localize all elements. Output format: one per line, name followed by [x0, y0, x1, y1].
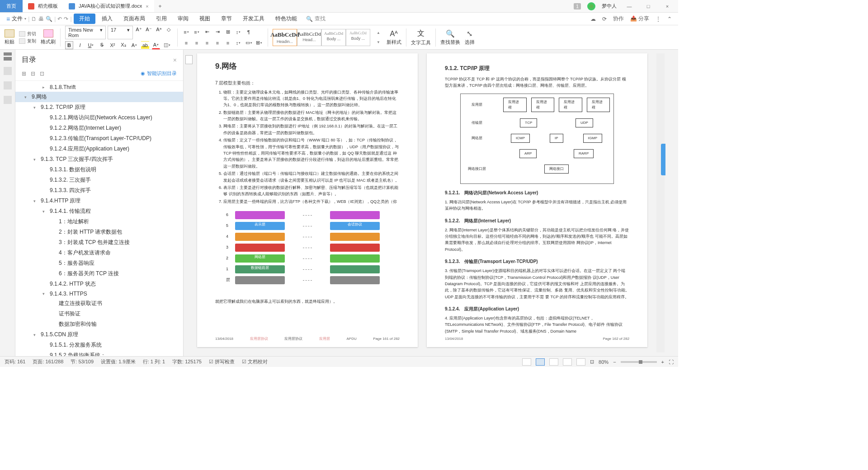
outline-item[interactable]: 3：封装成 TCP 包并建立连接 — [15, 237, 183, 248]
maximize-button[interactable]: □ — [642, 4, 655, 9]
show-marks-button[interactable]: ¶ — [245, 28, 253, 36]
select-button[interactable]: ⤡选择 — [465, 29, 475, 46]
view-mode-4[interactable] — [563, 358, 572, 366]
zoom-slider[interactable] — [621, 361, 657, 363]
avatar[interactable] — [587, 2, 595, 10]
outdent-button[interactable]: ⇤ — [203, 28, 211, 36]
spellcheck-button[interactable]: ☑ 拼写检查 — [209, 358, 235, 365]
redo-icon[interactable]: ↷ — [64, 16, 68, 22]
indent-button[interactable]: ⇥ — [213, 28, 222, 36]
outline-item[interactable]: 6：服务器关闭 TCP 连接 — [15, 268, 183, 279]
minimize-button[interactable]: — — [623, 4, 636, 9]
outline-item[interactable]: ▾9.1.4.3. HTTPS — [15, 289, 183, 298]
subscript-button[interactable]: X₂ — [119, 41, 127, 49]
outline-item[interactable]: 2：封装 HTTP 请求数据包 — [15, 227, 183, 237]
tab-button[interactable]: ⊞ — [224, 28, 232, 36]
sync-icon[interactable]: ⟳ — [602, 16, 607, 22]
outline-close-button[interactable]: × — [173, 56, 177, 64]
find-replace-button[interactable]: 🔍查找替换 — [440, 29, 460, 46]
close-icon[interactable]: × — [146, 4, 148, 9]
highlight-button[interactable]: ab — [141, 41, 149, 49]
copy-button[interactable]: 复制 — [19, 38, 36, 44]
shading-button[interactable]: ◫▾ — [163, 41, 171, 49]
more-icon[interactable]: ⋮ — [656, 16, 661, 22]
text-tool-button[interactable]: 文文字工具 — [411, 29, 431, 46]
outline-item[interactable]: ▾9.1.5.CDN 原理 — [15, 329, 183, 340]
collab-button[interactable]: 协作 — [613, 15, 624, 23]
rail-icon-3[interactable] — [4, 81, 12, 89]
zoom-out-button[interactable]: − — [613, 359, 616, 365]
superscript-button[interactable]: X² — [108, 41, 117, 49]
style-body2[interactable]: AaBbCcDdBody ... — [346, 29, 370, 46]
style-body1[interactable]: AaBbCcDdBody ... — [321, 29, 346, 46]
outline-item[interactable]: ▾9.网络 — [15, 92, 183, 102]
align-right-button[interactable]: ≡ — [203, 39, 211, 47]
fullscreen-button[interactable]: ⛶ — [669, 359, 674, 365]
outline-item[interactable]: 数据加密和传输 — [15, 319, 183, 329]
outline-item[interactable]: 建立连接获取证书 — [15, 298, 183, 309]
outline-item[interactable]: 9.1.2.4.应用层(Application Layer) — [15, 144, 183, 154]
view-mode-3[interactable] — [549, 358, 558, 366]
outline-tool-2[interactable]: ⊟ — [31, 70, 35, 77]
align-justify-button[interactable]: ≡ — [213, 39, 222, 47]
save-icon[interactable]: 🗋 — [31, 16, 37, 22]
tab-features[interactable]: 特色功能 — [271, 15, 302, 23]
outline-item[interactable]: 9.1.3.1. 数据包说明 — [15, 164, 183, 175]
number-list-button[interactable]: ≡▾ — [193, 28, 201, 36]
size-combo[interactable]: 17▾ — [108, 26, 133, 39]
close-window-button[interactable]: × — [661, 4, 674, 9]
tab-home[interactable]: 首页 — [0, 0, 23, 12]
style-heading2[interactable]: AaBbCcDdHead... — [297, 29, 321, 46]
collapse-ribbon-icon[interactable]: ⌃ — [667, 16, 672, 22]
font-color-button[interactable]: A▾ — [152, 41, 160, 49]
outline-item[interactable]: 9.1.5.1. 分发服务系统 — [15, 340, 183, 350]
tab-pagelayout[interactable]: 页面布局 — [119, 15, 150, 23]
cut-button[interactable]: 剪切 — [19, 31, 36, 37]
tab-view[interactable]: 视图 — [195, 15, 215, 23]
change-case-button[interactable]: Aᵃ — [155, 26, 163, 34]
share-button[interactable]: 📤 分享 — [630, 15, 649, 23]
rail-icon-2[interactable] — [4, 67, 12, 75]
align-left-button[interactable]: ≡ — [182, 39, 190, 47]
document-canvas[interactable]: 9.网络 7 层模型主要包括： 物联：主要定义物理设备木元电，如网线的接口类型、… — [184, 50, 678, 356]
italic-button[interactable]: I — [76, 41, 84, 49]
ai-detect-outline-button[interactable]: ◉智能识别目录 — [141, 70, 177, 77]
new-style-button[interactable]: Aᴬ新样式 — [387, 29, 401, 46]
view-mode-1[interactable] — [522, 358, 531, 366]
bold-button[interactable]: B — [65, 41, 73, 49]
outline-item[interactable]: 5：服务器响应 — [15, 258, 183, 268]
outline-item[interactable]: ▾9.1.4.HTTP 原理 — [15, 196, 183, 206]
hamburger-icon[interactable]: ≡ — [6, 15, 10, 23]
proofread-button[interactable]: ☑ 文档校对 — [242, 358, 268, 365]
zoom-in-button[interactable]: + — [661, 359, 664, 365]
sort-button[interactable]: ↕▾ — [234, 28, 242, 36]
tab-start[interactable]: 开始 — [74, 14, 95, 24]
tab-review[interactable]: 审阅 — [173, 15, 193, 23]
preview-icon[interactable]: 🔍 — [46, 16, 52, 22]
undo-icon[interactable]: ↶ — [57, 16, 62, 22]
line-spacing-button[interactable]: ↕▾ — [234, 39, 242, 47]
para-shading-button[interactable]: ▭▾ — [245, 39, 253, 47]
bullet-list-button[interactable]: ≡▾ — [182, 28, 190, 36]
align-center-button[interactable]: ≡ — [193, 39, 201, 47]
grow-font-button[interactable]: A⁺ — [135, 26, 143, 34]
clear-format-button[interactable]: ◇ — [165, 26, 173, 34]
outline-tool-3[interactable]: ⊡ — [40, 70, 44, 77]
outline-rail-icon[interactable] — [4, 52, 12, 61]
outline-item[interactable]: 9.1.3.2. 三次握手 — [15, 175, 183, 185]
cloud-icon[interactable]: ☁ — [590, 16, 596, 22]
outline-item[interactable]: 9.1.2.2.网络层(Internet Layer) — [15, 123, 183, 133]
view-mode-5[interactable] — [576, 358, 585, 366]
outline-item[interactable]: 9.1.2.3.传输层(Transport Layer-TCP/UDP) — [15, 133, 183, 144]
outline-item[interactable]: 9.1.3.3. 四次挥手 — [15, 185, 183, 196]
shrink-font-button[interactable]: A⁻ — [145, 26, 153, 34]
outline-item[interactable]: ▾9.1.3. TCP 三次握手/四次挥手 — [15, 154, 183, 164]
fit-icon[interactable]: ⊡ — [590, 359, 594, 365]
outline-item[interactable]: ▾9.1.2. TCP/IP 原理 — [15, 102, 183, 113]
search-box[interactable]: 🔍 查找 — [306, 15, 326, 23]
outline-item[interactable]: 9.1.4.2. HTTP 状态 — [15, 279, 183, 289]
outline-item[interactable]: 证书验证 — [15, 309, 183, 319]
tab-document[interactable]: JAVA核心面试知识整理.docx× — [63, 0, 154, 12]
outline-item[interactable]: ▾9.1.4.1. 传输流程 — [15, 206, 183, 216]
font-combo[interactable]: Times New Rom▾ — [65, 26, 106, 39]
